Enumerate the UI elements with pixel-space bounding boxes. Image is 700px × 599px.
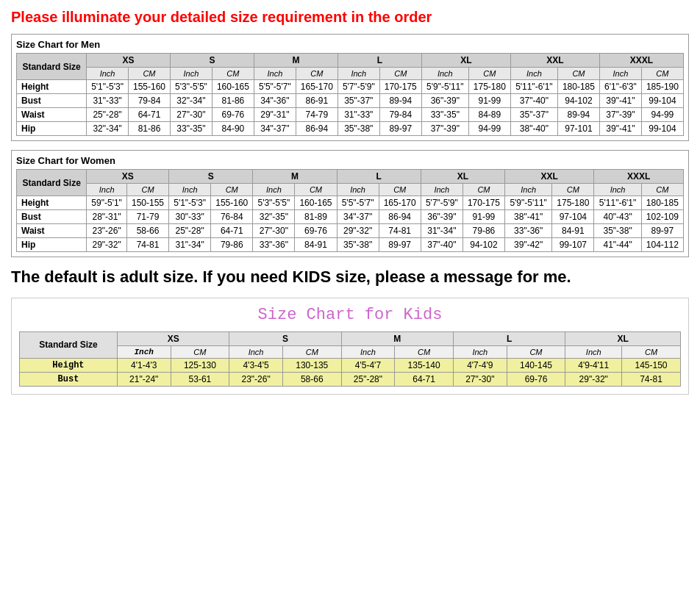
kids-sub-xl-cm: CM [622, 345, 681, 358]
men-col-xs: XS [87, 54, 171, 68]
kids-chart-container: Size Chart for Kids Standard Size XS S M… [11, 298, 689, 395]
men-col-standard: Standard Size [17, 54, 87, 80]
women-sub-xxxl-cm: CM [641, 184, 683, 196]
kids-sub-xl-inch: Inch [565, 345, 622, 358]
women-sub-xxxl-inch: Inch [594, 184, 641, 196]
table-row: Height5'1"-5'3"155-1605'3"-5'5"160-1655'… [17, 80, 684, 94]
table-row: Bust28"-31"71-7930"-33"76-8432"-35"81-89… [17, 210, 684, 224]
women-sub-xl-inch: Inch [421, 184, 463, 196]
kids-col-l: L [454, 331, 565, 345]
kids-col-m: M [341, 331, 453, 345]
kids-sub-m-inch: Inch [341, 345, 395, 358]
women-col-l: L [337, 170, 421, 184]
table-row: Height4'1-4'3125-1304'3-4'5130-1354'5-4'… [20, 358, 681, 372]
men-sub-xl-inch: Inch [421, 68, 468, 80]
kids-sub-l-inch: Inch [454, 345, 507, 358]
women-col-s: S [169, 170, 253, 184]
women-sub-xxl-inch: Inch [505, 184, 552, 196]
men-col-l: L [338, 54, 421, 68]
women-sub-l-cm: CM [379, 184, 421, 196]
kids-col-xl: XL [565, 331, 681, 345]
women-sub-xs-inch: Inch [87, 184, 127, 196]
kids-col-standard: Standard Size [20, 331, 118, 358]
table-row: Hip32"-34"81-8633"-35"84-9034"-37"86-943… [17, 122, 684, 136]
table-row: Height59"-5'1"150-1555'1"-5'3"155-1605'3… [17, 196, 684, 210]
women-col-standard: Standard Size [17, 170, 87, 196]
men-sub-s-cm: CM [212, 68, 254, 80]
top-title: Please illuminate your detailed size req… [11, 7, 689, 26]
men-sub-m-cm: CM [296, 68, 338, 80]
table-row: Bust31"-33"79-8432"-34"81-8634"-36"86-91… [17, 94, 684, 108]
women-col-xxl: XXL [505, 170, 594, 184]
men-sub-xs-inch: Inch [87, 68, 129, 80]
men-sub-m-inch: Inch [254, 68, 296, 80]
kids-chart-title: Size Chart for Kids [19, 306, 681, 324]
kids-sub-l-cm: CM [507, 345, 565, 358]
kids-sub-s-cm: CM [282, 345, 341, 358]
kids-col-xs: XS [117, 331, 229, 345]
kids-message: The default is adult size. If you need K… [11, 266, 689, 289]
men-sub-l-cm: CM [379, 68, 421, 80]
men-sub-xxxl-inch: Inch [599, 68, 641, 80]
men-col-xxxl: XXXL [599, 54, 683, 68]
women-sub-xs-cm: CM [126, 184, 168, 196]
kids-sub-xs-cm: CM [171, 345, 229, 358]
men-col-xl: XL [421, 54, 510, 68]
women-sub-l-inch: Inch [337, 184, 379, 196]
kids-sub-s-inch: Inch [229, 345, 283, 358]
men-sub-xs-cm: CM [128, 68, 170, 80]
table-row: Waist25"-28"64-7127"-30"69-7629"-31"74-7… [17, 108, 684, 122]
table-row: Bust21"-24"53-6123"-26"58-6625"-28"64-71… [20, 372, 681, 386]
women-sub-m-inch: Inch [253, 184, 295, 196]
women-col-xs: XS [87, 170, 169, 184]
men-chart-container: Size Chart for Men Standard Size XS S M … [11, 34, 689, 141]
table-row: Waist23"-26"58-6625"-28"64-7127"-30"69-7… [17, 224, 684, 238]
men-col-xxl: XXL [510, 54, 599, 68]
kids-sub-m-cm: CM [395, 345, 454, 358]
women-chart-title: Size Chart for Women [16, 155, 684, 166]
women-col-xxxl: XXXL [594, 170, 684, 184]
women-sub-s-inch: Inch [169, 184, 211, 196]
men-col-s: S [171, 54, 254, 68]
men-sub-xxl-cm: CM [557, 68, 599, 80]
women-sub-m-cm: CM [295, 184, 337, 196]
kids-sub-xs-inch: Inch [117, 345, 171, 358]
table-row: Hip29"-32"74-8131"-34"79-8633"-36"84-913… [17, 238, 684, 252]
men-sub-xxxl-cm: CM [641, 68, 683, 80]
men-sub-s-inch: Inch [171, 68, 213, 80]
men-sub-xl-cm: CM [468, 68, 510, 80]
men-col-m: M [254, 54, 338, 68]
kids-size-table: Standard Size XS S M L XL Inch CM Inch C… [19, 331, 681, 387]
women-sub-s-cm: CM [211, 184, 253, 196]
men-sub-l-inch: Inch [338, 68, 379, 80]
women-size-table: Standard Size XS S M L XL XXL XXXL Inch … [16, 169, 684, 252]
women-sub-xl-cm: CM [463, 184, 504, 196]
kids-col-s: S [229, 331, 341, 345]
women-chart-container: Size Chart for Women Standard Size XS S … [11, 150, 689, 257]
men-chart-title: Size Chart for Men [16, 39, 684, 50]
men-sub-xxl-inch: Inch [510, 68, 557, 80]
women-col-m: M [253, 170, 337, 184]
men-size-table: Standard Size XS S M L XL XXL XXXL Inch … [16, 53, 684, 136]
women-sub-xxl-cm: CM [552, 184, 594, 196]
women-col-xl: XL [421, 170, 504, 184]
